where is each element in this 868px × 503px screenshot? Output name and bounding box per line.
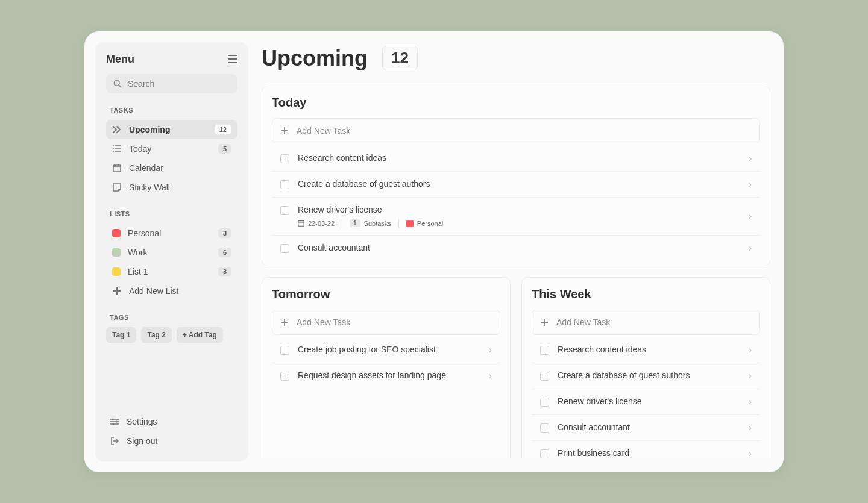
- svg-point-2: [112, 418, 114, 420]
- task-row[interactable]: Renew driver's license ›: [532, 389, 760, 414]
- search-box[interactable]: [106, 74, 237, 93]
- chevron-right-icon: ›: [489, 370, 492, 381]
- task-checkbox[interactable]: [540, 398, 549, 407]
- task-row[interactable]: Research content ideas ›: [272, 146, 760, 171]
- double-chevron-icon: [112, 125, 122, 134]
- section-this-week: This Week Add New Task Research content …: [521, 277, 770, 458]
- add-task-label: Add New Task: [556, 317, 610, 327]
- sidebar-title: Menu: [106, 53, 134, 66]
- search-input[interactable]: [128, 79, 233, 89]
- task-row[interactable]: Research content ideas ›: [532, 337, 760, 363]
- plus-icon: [112, 286, 122, 296]
- plus-icon: [281, 319, 288, 326]
- sidebar: Menu TASKS Upcoming 12: [95, 42, 248, 461]
- task-checkbox[interactable]: [280, 372, 289, 381]
- list-item-work[interactable]: Work 6: [106, 243, 237, 262]
- calendar-icon: [112, 163, 122, 173]
- chevron-right-icon: ›: [749, 153, 752, 164]
- task-row[interactable]: Consult accountant ›: [272, 235, 760, 261]
- task-row[interactable]: Request design assets for landing page ›: [272, 363, 500, 389]
- list-color-swatch: [112, 248, 121, 257]
- task-row[interactable]: Consult accountant ›: [532, 414, 760, 440]
- nav-item-today[interactable]: Today 5: [106, 139, 237, 158]
- plus-icon: [541, 319, 548, 326]
- task-title: Print business card: [558, 448, 740, 458]
- page-header: Upcoming 12: [262, 46, 770, 71]
- task-checkbox[interactable]: [280, 206, 289, 215]
- sidebar-footer: Settings Sign out: [106, 412, 237, 451]
- task-checkbox[interactable]: [540, 346, 549, 355]
- task-list-this-week: Research content ideas › Create a databa…: [532, 337, 760, 458]
- hamburger-icon: [228, 55, 237, 63]
- task-checkbox[interactable]: [280, 346, 289, 355]
- task-checkbox[interactable]: [280, 244, 289, 253]
- section-today: Today Add New Task Research content idea…: [262, 86, 770, 266]
- chevron-right-icon: ›: [749, 396, 752, 407]
- add-task-label: Add New Task: [297, 317, 350, 327]
- chevron-right-icon: ›: [749, 448, 752, 458]
- tag-chip[interactable]: Tag 2: [141, 327, 171, 343]
- add-list-button[interactable]: Add New List: [106, 281, 237, 301]
- list-item-personal[interactable]: Personal 3: [106, 223, 237, 243]
- nav-label: Calendar: [129, 163, 231, 173]
- signout-label: Sign out: [127, 436, 157, 446]
- signout-button[interactable]: Sign out: [106, 431, 237, 451]
- main-content: Upcoming 12 Today Add New Task Research …: [259, 42, 773, 461]
- task-checkbox[interactable]: [540, 449, 549, 458]
- task-row[interactable]: Print business card ›: [532, 440, 760, 458]
- list-color-swatch: [112, 229, 121, 237]
- chevron-right-icon: ›: [749, 370, 752, 381]
- task-checkbox[interactable]: [540, 423, 549, 433]
- settings-label: Settings: [127, 417, 157, 426]
- row-two: Tomorrow Add New Task Create job posting…: [262, 277, 770, 458]
- task-title: Create a database of guest authors: [298, 179, 740, 189]
- nav-label: Today: [129, 144, 211, 154]
- task-title: Consult accountant: [558, 422, 740, 432]
- tag-chip[interactable]: Tag 1: [106, 327, 136, 343]
- task-row[interactable]: Create job posting for SEO specialist ›: [272, 337, 500, 363]
- task-title: Request design assets for landing page: [298, 370, 480, 380]
- task-list-label: Personal: [417, 220, 443, 227]
- task-checkbox[interactable]: [540, 372, 549, 381]
- settings-button[interactable]: Settings: [106, 412, 237, 431]
- task-title: Renew driver's license: [558, 396, 740, 406]
- task-checkbox[interactable]: [280, 180, 289, 189]
- list-item-list1[interactable]: List 1 3: [106, 262, 237, 281]
- signout-icon: [110, 437, 119, 445]
- task-title: Renew driver's license: [298, 205, 740, 214]
- add-task-label: Add New Task: [297, 126, 350, 136]
- task-row[interactable]: Renew driver's license 22-03-22: [272, 197, 760, 235]
- task-list-tomorrow: Create job posting for SEO specialist › …: [272, 337, 500, 389]
- chevron-right-icon: ›: [749, 179, 752, 190]
- menu-toggle-button[interactable]: [228, 55, 237, 63]
- add-tag-button[interactable]: + Add Tag: [177, 327, 223, 343]
- svg-point-4: [113, 423, 115, 425]
- task-row[interactable]: Create a database of guest authors ›: [272, 171, 760, 197]
- add-task-button[interactable]: Add New Task: [272, 118, 760, 143]
- lists-nav: Personal 3 Work 6 List 1 3 Add New List: [106, 223, 237, 301]
- tags-row: Tag 1 Tag 2 + Add Tag: [106, 327, 237, 343]
- list-label: Personal: [128, 228, 211, 238]
- add-task-button[interactable]: Add New Task: [532, 310, 760, 335]
- subtasks-label: Subtasks: [364, 220, 391, 227]
- subtasks-count: 1: [350, 219, 360, 227]
- search-icon: [113, 80, 122, 88]
- app-window: Menu TASKS Upcoming 12: [84, 31, 784, 472]
- list-label: Work: [128, 248, 211, 257]
- chevron-right-icon: ›: [749, 345, 752, 355]
- sidebar-header: Menu: [106, 53, 237, 66]
- chevron-right-icon: ›: [489, 345, 492, 355]
- nav-item-upcoming[interactable]: Upcoming 12: [106, 120, 237, 139]
- list-check-icon: [112, 144, 122, 154]
- tasks-section-label: TASKS: [106, 107, 237, 114]
- task-date: 22-03-22: [298, 220, 335, 227]
- task-row[interactable]: Create a database of guest authors ›: [532, 363, 760, 389]
- nav-item-calendar[interactable]: Calendar: [106, 158, 237, 178]
- task-checkbox[interactable]: [280, 154, 289, 163]
- add-task-button[interactable]: Add New Task: [272, 310, 500, 335]
- divider: [398, 219, 399, 228]
- nav-item-sticky-wall[interactable]: Sticky Wall: [106, 178, 237, 197]
- task-title: Create a database of guest authors: [558, 370, 740, 380]
- nav-count: 12: [215, 125, 231, 134]
- list-count: 6: [218, 248, 231, 257]
